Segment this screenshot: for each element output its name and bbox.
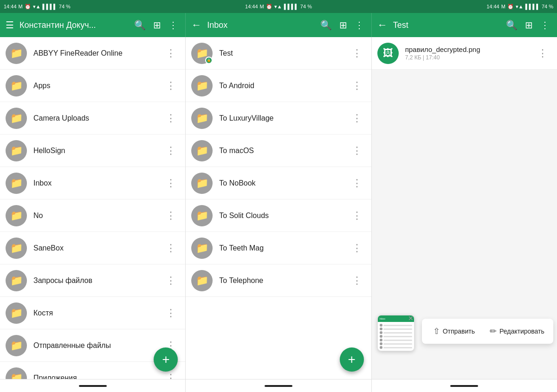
more-btn-right[interactable]: ⋮ [538,18,551,32]
thumb-circle-3 [380,331,382,334]
folder-more-btn[interactable]: ⋮ [162,44,180,63]
preview-thumb-title: Inbox [380,317,385,320]
send-action-btn[interactable]: ⇧ Отправить [429,324,479,338]
list-item-left-8[interactable]: 📁 Костя ⋮ [0,297,185,329]
folder-name: Camera Uploads [33,114,162,122]
list-item-middle-3[interactable]: 📁 To macOS ⋮ [186,135,371,167]
bottom-nav-right[interactable] [372,379,557,392]
search-btn-right[interactable]: 🔍 [504,18,519,32]
list-item-left-6[interactable]: 📁 SaneBox ⋮ [0,232,185,264]
grid-btn-middle[interactable]: ⊞ [337,18,349,32]
folder-icon-wrap: 📁 [6,335,27,356]
folder-more-btn[interactable]: ⋮ [162,271,180,290]
list-item-middle-2[interactable]: 📁 To LuxuryVillage ⋮ [186,102,371,135]
list-item-left-3[interactable]: 📁 HelloSign ⋮ [0,135,185,167]
folder-icon-wrap: 📁 [6,43,27,64]
image-item[interactable]: 🖼 правило_decrypted.png 7,2 КБ | 17:40 ⋮ [372,37,557,70]
list-item-middle-5[interactable]: 📁 To Solit Clouds ⋮ [186,199,371,232]
back-btn-right[interactable]: ← [377,19,388,31]
lock-icon: 🔒 [207,58,211,62]
preview-overlay: Inbox [377,315,557,351]
folder-icon-wrap: 📁 [6,270,27,291]
folder-icon-wrap: 📁 [6,75,27,96]
thumb-line-3 [383,332,412,334]
preview-close-btn[interactable]: ✕ [408,315,414,321]
bottom-nav-left[interactable] [0,379,186,392]
search-btn-middle[interactable]: 🔍 [318,18,334,32]
list-item-middle-4[interactable]: 📁 To NoBook ⋮ [186,167,371,199]
folder-more-btn[interactable]: ⋮ [348,238,366,258]
folder-icon-wrap: 📁 [6,173,27,194]
send-label: Отправить [443,328,475,335]
back-btn-middle[interactable]: ← [191,19,201,31]
folder-icon: 📁 [10,242,23,254]
preview-thumb-row-5 [380,339,412,341]
list-item-middle-0[interactable]: 📁 🔒 Test ⋮ [186,37,371,70]
list-item-middle-6[interactable]: 📁 To Teeth Mag ⋮ [186,232,371,264]
edit-icon: ✏ [490,326,497,336]
folder-icon: 📁 [196,145,208,157]
more-btn-middle[interactable]: ⋮ [353,18,366,32]
folder-more-btn[interactable]: ⋮ [162,174,180,193]
alarm-icon-right: ⏰ [507,4,514,10]
folder-name: To Telephone [219,276,348,285]
more-btn-left[interactable]: ⋮ [167,18,180,32]
list-item-middle-1[interactable]: 📁 To Android ⋮ [186,70,371,102]
list-item-left-1[interactable]: 📁 Apps ⋮ [0,70,185,102]
menu-icon-left[interactable]: ☰ [6,19,14,31]
folder-icon: 📁 [196,80,208,92]
folder-name: No [33,212,162,220]
image-more-btn[interactable]: ⋮ [534,44,551,63]
search-btn-left[interactable]: 🔍 [132,18,148,32]
grid-btn-left[interactable]: ⊞ [151,18,163,32]
toolbar-title-left: Константин Докуч... [19,20,132,30]
folder-name: Apps [33,82,162,90]
list-item-left-5[interactable]: 📁 No ⋮ [0,199,185,232]
toolbar-actions-right: 🔍 ⊞ ⋮ [504,18,551,32]
middle-folder-list: 📁 🔒 Test ⋮ 📁 To Android ⋮ 📁 To LuxuryVil… [186,37,371,297]
list-item-left-4[interactable]: 📁 Inbox ⋮ [0,167,185,199]
list-item-left-2[interactable]: 📁 Camera Uploads ⋮ [0,102,185,135]
folder-icon: 📁 [196,177,208,189]
preview-thumb-row-3 [380,331,412,334]
fab-middle[interactable]: + [340,347,364,372]
fab-left[interactable]: + [154,347,178,372]
folder-more-btn[interactable]: ⋮ [348,271,366,290]
folder-name: To macOS [219,147,348,155]
folder-more-btn[interactable]: ⋮ [162,206,180,225]
folder-more-btn[interactable]: ⋮ [348,206,366,225]
folder-more-btn[interactable]: ⋮ [162,76,180,96]
nav-indicator-center [265,385,292,387]
sim-icon-right: M [501,4,505,9]
image-icon: 🖼 [383,47,393,59]
folder-more-btn[interactable]: ⋮ [162,141,180,161]
folder-icon: 📁 [10,307,23,319]
wifi-icon-right: ▾▲ [516,4,524,10]
folder-more-btn[interactable]: ⋮ [348,174,366,193]
bottom-nav-center[interactable] [186,379,371,392]
sim-icon-center: M [260,4,264,9]
sim-icon-left: M [19,4,23,9]
list-item-left-7[interactable]: 📁 Запросы файлов ⋮ [0,264,185,297]
folder-more-btn[interactable]: ⋮ [162,109,180,128]
folder-name: Запросы файлов [33,276,162,285]
list-item-left-0[interactable]: 📁 ABBYY FineReader Online ⋮ [0,37,185,70]
folder-icon: 📁 [196,112,208,124]
folder-icon-wrap: 📁 [191,140,213,161]
folder-more-btn[interactable]: ⋮ [348,109,366,128]
edit-action-btn[interactable]: ✏ Редактировать [486,324,548,338]
folder-more-btn[interactable]: ⋮ [162,303,180,323]
folder-more-btn[interactable]: ⋮ [348,44,366,63]
folder-more-btn[interactable]: ⋮ [162,238,180,258]
panels: 📁 ABBYY FineReader Online ⋮ 📁 Apps ⋮ 📁 C… [0,37,557,379]
grid-btn-right[interactable]: ⊞ [523,18,535,32]
folder-name: Отправленные файлы [33,341,162,350]
folder-more-btn[interactable]: ⋮ [348,76,366,96]
folder-more-btn[interactable]: ⋮ [348,141,366,161]
thumb-circle-7 [380,346,382,349]
thumb-line-1 [383,325,412,326]
list-item-middle-7[interactable]: 📁 To Telephone ⋮ [186,264,371,297]
battery-left: 74 % [59,4,71,9]
folder-icon: 📁 [10,372,23,379]
preview-thumb-row-2 [380,328,412,330]
